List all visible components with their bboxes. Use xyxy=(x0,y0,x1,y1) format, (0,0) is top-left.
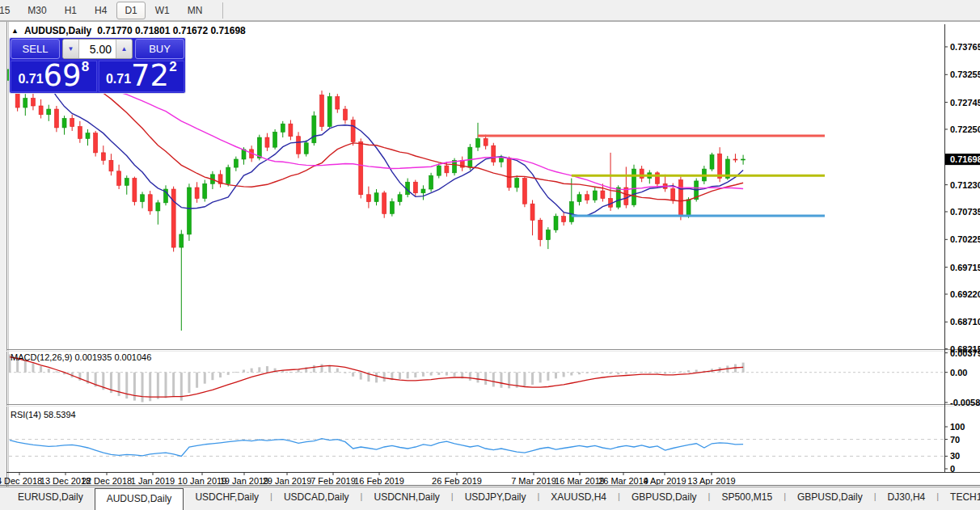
candle-body xyxy=(289,124,293,136)
candle-body xyxy=(31,99,35,106)
candle-body xyxy=(141,195,145,202)
macd-histogram-bar xyxy=(679,371,682,372)
candle-body xyxy=(180,234,184,247)
macd-histogram-bar xyxy=(523,373,526,387)
macd-histogram-bar xyxy=(508,373,510,389)
macd-histogram-bar xyxy=(422,373,425,377)
macd-histogram-bar xyxy=(492,373,495,387)
candle-body xyxy=(109,160,113,171)
candle-body xyxy=(577,195,581,202)
tab-gbpusd-daily[interactable]: GBPUSD,Daily xyxy=(786,487,874,510)
candle-body xyxy=(297,137,301,154)
date-axis-label: 22 Dec 2018 xyxy=(82,476,132,486)
candle-body xyxy=(710,155,714,170)
timeframe-h1-button[interactable]: H1 xyxy=(57,2,85,19)
candle-body xyxy=(530,204,534,220)
timeframe-toolbar: 15 M30 H1 H4 D1 W1 MN xyxy=(0,0,980,21)
candle-body xyxy=(601,191,605,198)
timeframe-w1-button[interactable]: W1 xyxy=(147,2,178,19)
volume-input[interactable] xyxy=(79,40,116,58)
tab-usdcnh-daily[interactable]: USDCNH,Daily xyxy=(362,487,450,510)
macd-histogram-bar xyxy=(454,373,456,377)
tab-xauusd-h4[interactable]: XAUUSD,H4 xyxy=(539,487,618,510)
macd-histogram-bar xyxy=(399,373,401,379)
candle-body xyxy=(476,138,480,147)
timeframe-d1-button[interactable]: D1 xyxy=(116,2,145,19)
price-axis-label: 0.73255 xyxy=(950,70,980,79)
macd-histogram-bar xyxy=(477,373,479,383)
macd-histogram-bar xyxy=(266,366,268,373)
date-axis-label: 7 Feb 2019 xyxy=(310,476,356,486)
window-left-margin xyxy=(0,21,6,487)
chart-symbol-label: AUDUSD,Daily xyxy=(24,25,91,36)
macd-histogram-bar xyxy=(695,370,698,373)
candle-body xyxy=(101,153,105,160)
rsi-label: RSI(14) 58.5394 xyxy=(11,410,76,419)
candle-body xyxy=(421,189,425,193)
price-axis-label: 0.68710 xyxy=(950,317,980,327)
candle-body xyxy=(499,158,503,162)
macd-histogram-bar xyxy=(555,373,557,379)
tab-audusd-daily[interactable]: AUDUSD,Daily xyxy=(95,488,184,510)
candle-body xyxy=(39,106,43,115)
tab-usdjpy-daily[interactable]: USDJPY,Daily xyxy=(454,487,538,510)
chart-tab-bar: EURUSD,DailyAUDUSD,DailyUSDCHF,Daily|USD… xyxy=(0,487,980,510)
candle-body xyxy=(273,132,277,147)
buy-price-prefix: 0.71 xyxy=(106,72,131,86)
candle-body xyxy=(86,133,90,139)
macd-histogram-bar xyxy=(586,373,589,373)
tab-dj30-h4[interactable]: DJ30,H4 xyxy=(877,487,937,510)
macd-histogram-bar xyxy=(500,373,502,388)
candle-body xyxy=(70,118,74,126)
tab-usdcad-daily[interactable]: USDCAD,Daily xyxy=(272,487,361,510)
chart-area: MACD(12,26,9) 0.001935 0.001046RSI(14) 5… xyxy=(0,21,980,487)
macd-histogram-bar xyxy=(344,373,346,373)
price-axis-label: 0.69220 xyxy=(950,289,980,299)
sell-button[interactable]: SELL xyxy=(11,39,60,59)
candle-body xyxy=(686,200,691,216)
buy-price-pip-digit: 2 xyxy=(169,60,176,74)
chart-ohlc-values: 0.71770 0.71801 0.71672 0.71698 xyxy=(97,25,246,36)
candle-body xyxy=(133,179,137,202)
macd-histogram-bar xyxy=(656,373,658,373)
tab-gbpusd-daily[interactable]: GBPUSD,Daily xyxy=(620,487,708,510)
candle-body xyxy=(515,179,519,188)
macd-histogram-bar xyxy=(142,373,144,403)
macd-histogram-bar xyxy=(172,373,175,398)
candle-body xyxy=(257,137,261,158)
volume-decrease-icon[interactable]: ▼ xyxy=(63,40,79,58)
candle-body xyxy=(741,159,746,160)
sell-price-big-digits: 69 xyxy=(44,62,82,89)
macd-histogram-bar xyxy=(313,365,315,373)
buy-price-panel[interactable]: 0.71 72 2 xyxy=(99,61,185,92)
candle-body xyxy=(359,141,363,194)
volume-increase-icon[interactable]: ▲ xyxy=(116,40,132,58)
macd-histogram-bar xyxy=(243,370,245,373)
candle-body xyxy=(398,195,402,202)
tab-usdchf-daily[interactable]: USDCHF,Daily xyxy=(184,487,270,510)
candle-body xyxy=(374,193,378,202)
date-axis-label: 26 Mar 2019 xyxy=(598,476,648,486)
timeframe-m15-button[interactable]: 15 xyxy=(0,2,18,19)
macd-label: MACD(12,26,9) 0.001935 0.001046 xyxy=(11,352,151,362)
tab-sp500-m15[interactable]: SP500,M15 xyxy=(710,487,784,510)
timeframe-h4-button[interactable]: H4 xyxy=(87,2,115,19)
candle-body xyxy=(492,145,496,162)
date-axis-label: 16 Feb 2019 xyxy=(354,476,404,486)
candle-body xyxy=(117,171,121,186)
macd-histogram-bar xyxy=(430,373,433,376)
candle-body xyxy=(234,159,238,167)
macd-histogram-bar xyxy=(375,373,378,383)
timeframe-mn-button[interactable]: MN xyxy=(180,2,211,19)
candle-body xyxy=(484,138,488,145)
timeframe-m30-button[interactable]: M30 xyxy=(19,2,54,19)
candle-body xyxy=(522,179,526,204)
candle-body xyxy=(671,188,675,200)
buy-button[interactable]: BUY xyxy=(135,39,184,59)
candle-body xyxy=(585,195,589,200)
tab-tech100-h1[interactable]: TECH100,H1 xyxy=(939,487,980,510)
tab-eurusd-daily[interactable]: EURUSD,Daily xyxy=(6,487,95,510)
sell-price-panel[interactable]: 0.71 69 8 xyxy=(11,61,97,92)
macd-histogram-bar xyxy=(578,373,581,375)
rsi-axis-label: 30 xyxy=(950,451,960,461)
